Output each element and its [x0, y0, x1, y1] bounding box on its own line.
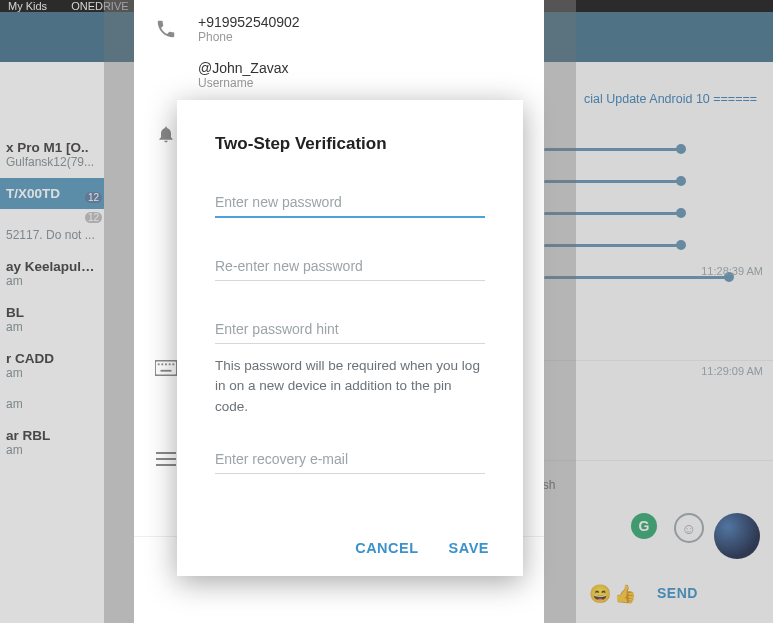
chat-preview: am	[6, 366, 98, 380]
settings-username-value: @John_Zavax	[198, 60, 288, 76]
modal-title: Two-Step Verification	[215, 134, 485, 154]
settings-phone-label: Phone	[198, 30, 300, 44]
cancel-button[interactable]: CANCEL	[355, 540, 418, 556]
two-step-verification-modal: Two-Step Verification This password will…	[177, 100, 523, 576]
modal-helper-text: This password will be required when you …	[215, 356, 485, 417]
chat-list-item[interactable]: r CADD am	[0, 343, 104, 389]
chat-list-item[interactable]: ar RBL am	[0, 420, 104, 466]
emoji-smile-icon[interactable]: 😄	[589, 583, 611, 605]
svg-rect-4	[169, 363, 171, 365]
chat-preview: Gulfansk12(79...	[6, 155, 98, 169]
emoji-picker-button[interactable]: ☺	[674, 513, 704, 543]
avatar[interactable]	[714, 513, 760, 559]
recovery-email-input[interactable]	[215, 445, 485, 474]
chat-list-item[interactable]: T/X00TD 12	[0, 178, 104, 210]
svg-rect-0	[155, 361, 177, 376]
keyboard-icon	[152, 356, 180, 376]
svg-rect-3	[165, 363, 167, 365]
field-reenter-password	[215, 252, 485, 281]
tab-label: My Kids	[8, 0, 47, 12]
bell-icon	[152, 120, 180, 144]
svg-rect-9	[156, 464, 176, 466]
hamburger-icon	[152, 448, 180, 466]
field-password-hint	[215, 315, 485, 344]
chat-title: BL	[6, 305, 98, 320]
password-hint-input[interactable]	[215, 315, 485, 344]
chat-preview: am	[6, 443, 98, 457]
settings-username-label: Username	[198, 76, 288, 90]
chat-preview: am	[6, 397, 98, 411]
unread-badge: 12	[85, 212, 102, 223]
message-timestamp: 11:28:39 AM	[701, 265, 763, 277]
emoji-thumbsup-icon[interactable]: 👍	[614, 583, 636, 605]
svg-rect-5	[172, 363, 174, 365]
chat-title: x Pro M1 [O..	[6, 140, 98, 155]
chat-list-item[interactable]: BL am	[0, 297, 104, 343]
save-button[interactable]: SAVE	[449, 540, 489, 556]
chat-list-sidebar: x Pro M1 [O.. Gulfansk12(79... T/X00TD 1…	[0, 62, 104, 623]
svg-rect-8	[156, 458, 176, 460]
message-timestamp: 11:29:09 AM	[701, 365, 763, 377]
chat-list-item[interactable]: am	[0, 389, 104, 420]
modal-actions: CANCEL SAVE	[355, 540, 489, 556]
chat-list-item[interactable]: 12 52117. Do not ...	[0, 210, 104, 251]
chat-title: ay Keelapuliyur	[6, 259, 98, 274]
field-recovery-email	[215, 445, 485, 474]
svg-rect-7	[156, 452, 176, 454]
chat-preview: am	[6, 274, 98, 288]
chat-title: r CADD	[6, 351, 98, 366]
svg-rect-6	[161, 370, 172, 372]
chat-list-item[interactable]: ay Keelapuliyur am	[0, 251, 104, 297]
field-new-password	[215, 188, 485, 218]
grammarly-icon[interactable]: G	[631, 513, 657, 539]
chat-preview: 52117. Do not ...	[6, 228, 98, 242]
phone-icon	[152, 14, 180, 40]
browser-tab[interactable]: My Kids	[8, 0, 47, 12]
svg-rect-2	[161, 363, 163, 365]
chat-banner-link[interactable]: cial Update Android 10 ======	[584, 92, 757, 106]
svg-rect-1	[158, 363, 160, 365]
reenter-password-input[interactable]	[215, 252, 485, 281]
unread-badge: 12	[85, 192, 102, 203]
chat-title: ar RBL	[6, 428, 98, 443]
settings-phone-value: +919952540902	[198, 14, 300, 30]
chat-list-item[interactable]: x Pro M1 [O.. Gulfansk12(79...	[0, 132, 104, 178]
chat-preview: am	[6, 320, 98, 334]
send-button[interactable]: SEND	[657, 585, 698, 601]
new-password-input[interactable]	[215, 188, 485, 218]
